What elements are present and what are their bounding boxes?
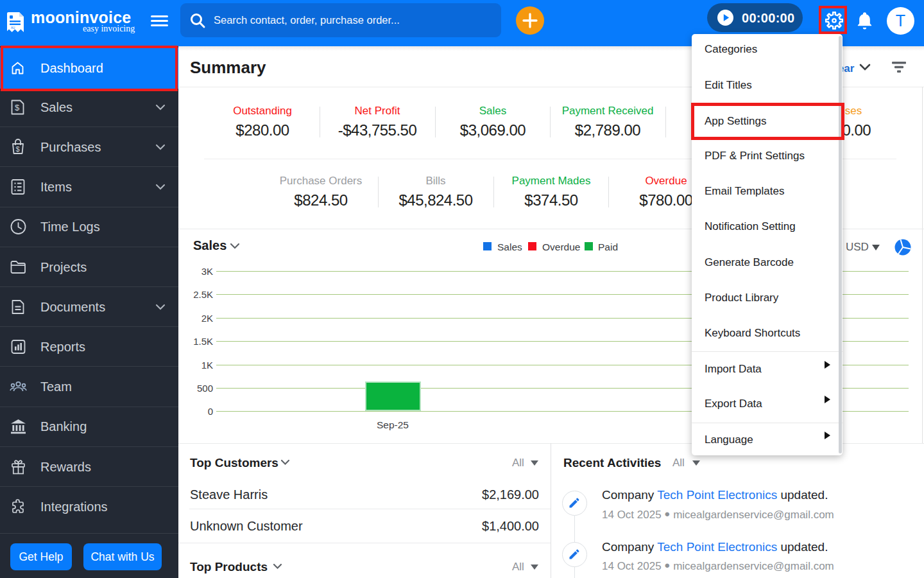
svg-text:AU: AU bbox=[11, 26, 15, 30]
svg-text:$: $ bbox=[15, 102, 20, 112]
svg-text:$: $ bbox=[16, 145, 20, 153]
